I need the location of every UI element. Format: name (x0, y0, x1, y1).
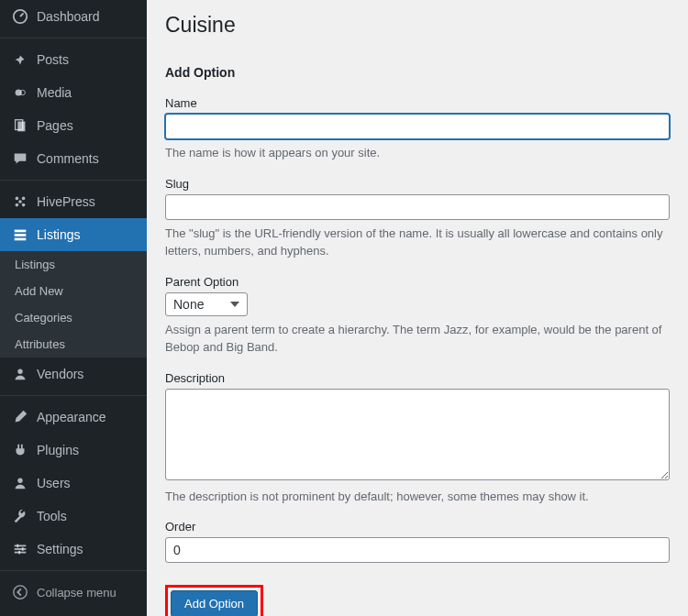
svg-rect-18 (17, 544, 18, 548)
sidebar-item-vendors[interactable]: Vendors (0, 358, 147, 390)
sidebar-item-pages[interactable]: Pages (0, 109, 147, 142)
svg-point-21 (14, 586, 27, 599)
menu-label: Tools (37, 509, 67, 523)
menu-label: Appearance (37, 410, 106, 424)
submenu-categories[interactable]: Categories (0, 304, 147, 331)
collapse-icon (11, 583, 29, 601)
menu-label: Dashboard (37, 9, 100, 24)
collapse-menu-button[interactable]: Collapse menu (0, 576, 147, 609)
sidebar-item-listings[interactable]: Listings (0, 218, 147, 251)
submit-highlight: Add Option (165, 585, 263, 616)
parent-help: Assign a parent term to create a hierarc… (165, 321, 670, 357)
page-title: Cuisine (165, 13, 670, 38)
svg-rect-20 (18, 551, 20, 555)
sidebar-item-dashboard[interactable]: Dashboard (0, 0, 147, 33)
sidebar-item-comments[interactable]: Comments (0, 142, 147, 175)
pages-icon (11, 116, 29, 135)
name-label: Name (165, 96, 670, 110)
slug-input[interactable] (165, 194, 670, 220)
svg-rect-19 (22, 547, 24, 551)
svg-rect-4 (17, 122, 25, 132)
svg-point-9 (18, 200, 22, 204)
media-icon (11, 83, 29, 102)
comment-icon (11, 149, 29, 168)
slug-label: Slug (165, 177, 670, 191)
order-input[interactable] (165, 537, 670, 563)
parent-label: Parent Option (165, 275, 670, 289)
slug-help: The "slug" is the URL-friendly version o… (165, 225, 670, 260)
menu-label: Vendors (37, 367, 83, 381)
settings-icon (11, 540, 29, 558)
menu-label: Pages (37, 118, 73, 133)
menu-label: Posts (37, 52, 69, 67)
description-field-wrap: Description The description is not promi… (165, 371, 670, 506)
pin-icon (11, 50, 29, 69)
sidebar-item-settings[interactable]: Settings (0, 533, 147, 566)
description-label: Description (165, 371, 670, 385)
submenu-attributes[interactable]: Attributes (0, 331, 147, 358)
admin-sidebar: Dashboard Posts Media Pages Comments Hiv… (0, 0, 147, 616)
name-input[interactable] (165, 114, 670, 139)
plug-icon (11, 441, 29, 459)
submenu-listings[interactable]: Listings (0, 251, 147, 278)
svg-point-1 (16, 89, 22, 95)
dashboard-icon (11, 7, 29, 26)
name-help: The name is how it appears on your site. (165, 144, 670, 162)
svg-point-6 (22, 197, 26, 201)
menu-label: Media (37, 85, 72, 100)
order-field-wrap: Order (165, 520, 670, 563)
sidebar-item-tools[interactable]: Tools (0, 500, 147, 533)
menu-label: HivePress (37, 194, 95, 209)
sidebar-item-plugins[interactable]: Plugins (0, 434, 147, 467)
wrench-icon (11, 507, 29, 525)
sidebar-item-hivepress[interactable]: HivePress (0, 185, 147, 218)
description-textarea[interactable] (165, 389, 670, 480)
form-heading: Add Option (165, 65, 670, 80)
sidebar-submenu: Listings Add New Categories Attributes (0, 251, 147, 358)
sidebar-item-users[interactable]: Users (0, 467, 147, 500)
sidebar-item-media[interactable]: Media (0, 76, 147, 109)
add-option-button[interactable]: Add Option (171, 590, 258, 616)
svg-rect-16 (15, 548, 27, 550)
svg-rect-10 (15, 230, 27, 233)
menu-label: Settings (37, 542, 83, 556)
menu-label: Plugins (37, 443, 79, 457)
parent-select[interactable]: None (165, 292, 248, 316)
svg-rect-11 (15, 234, 27, 236)
menu-label: Comments (37, 151, 99, 166)
parent-field-wrap: Parent Option None Assign a parent term … (165, 275, 670, 357)
order-label: Order (165, 520, 670, 534)
vendor-icon (11, 365, 29, 383)
name-field-wrap: Name The name is how it appears on your … (165, 96, 670, 162)
submenu-add-new[interactable]: Add New (0, 278, 147, 304)
svg-rect-15 (15, 545, 27, 547)
menu-label: Users (37, 476, 71, 490)
svg-point-14 (17, 478, 22, 483)
sidebar-item-appearance[interactable]: Appearance (0, 401, 147, 434)
description-help: The description is not prominent by defa… (165, 488, 670, 506)
sidebar-item-posts[interactable]: Posts (0, 43, 147, 76)
svg-point-8 (22, 204, 26, 207)
hive-icon (11, 192, 29, 211)
svg-point-13 (17, 369, 22, 374)
slug-field-wrap: Slug The "slug" is the URL-friendly vers… (165, 177, 670, 260)
svg-point-5 (16, 197, 19, 201)
user-icon (11, 474, 29, 492)
svg-point-7 (16, 204, 19, 207)
listings-icon (11, 226, 29, 244)
collapse-label: Collapse menu (37, 586, 117, 600)
menu-label: Listings (37, 227, 80, 242)
svg-rect-12 (15, 238, 27, 241)
brush-icon (11, 408, 29, 426)
main-content: Cuisine Add Option Name The name is how … (147, 0, 688, 616)
